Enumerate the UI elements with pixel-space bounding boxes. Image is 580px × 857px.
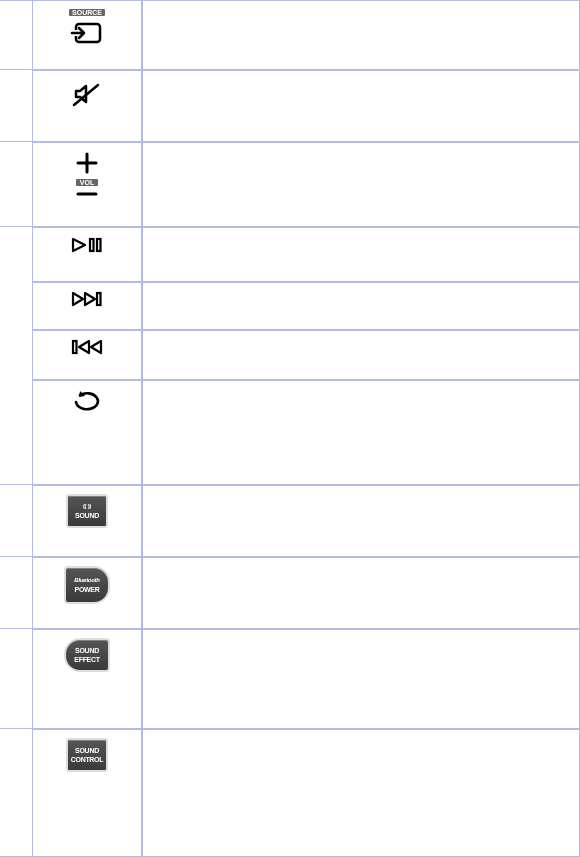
sound-effect-button-icon: SOUND EFFECT	[64, 638, 110, 672]
desc-cell	[142, 485, 580, 557]
icon-cell-next	[32, 282, 142, 330]
bt-btn-line2: POWER	[75, 585, 100, 594]
table-stub	[0, 0, 32, 70]
table-stub	[0, 142, 32, 227]
table-stub	[0, 557, 32, 629]
desc-cell	[142, 142, 580, 227]
play-pause-icon	[70, 236, 104, 254]
plus-icon	[75, 151, 99, 175]
table-stub	[0, 629, 32, 729]
mute-icon	[70, 79, 104, 109]
table-stub	[0, 282, 32, 330]
minus-icon	[75, 190, 99, 198]
desc-cell	[142, 227, 580, 282]
desc-cell	[142, 629, 580, 729]
svg-rect-4	[97, 239, 101, 251]
svg-rect-6	[73, 341, 77, 353]
table-stub	[0, 70, 32, 142]
table-stub	[0, 330, 32, 380]
table-stub	[0, 227, 32, 282]
icon-cell-volume: VOL	[32, 142, 142, 227]
desc-cell	[142, 557, 580, 629]
se-btn-line1: SOUND	[75, 646, 99, 655]
icon-cell-playpause	[32, 227, 142, 282]
bt-btn-line1: Bluetooth	[74, 576, 99, 585]
remote-buttons-table: SOURCE VOL	[0, 0, 580, 857]
se-btn-line2: EFFECT	[74, 655, 99, 664]
table-stub	[0, 485, 32, 557]
sound-btn-line1: (( ))	[83, 502, 91, 511]
svg-rect-3	[90, 239, 94, 251]
vol-label: VOL	[76, 179, 98, 186]
sc-btn-line1: SOUND	[75, 746, 99, 755]
desc-cell	[142, 282, 580, 330]
desc-cell	[142, 70, 580, 142]
icon-cell-btpower: Bluetooth POWER	[32, 557, 142, 629]
desc-cell	[142, 729, 580, 857]
sound-control-button-icon: SOUND CONTROL	[66, 738, 108, 772]
desc-cell	[142, 0, 580, 70]
sound-button-icon: (( )) SOUND	[66, 494, 108, 528]
next-track-icon	[70, 291, 104, 307]
prev-track-icon	[70, 339, 104, 355]
table-stub	[0, 729, 32, 857]
icon-cell-repeat	[32, 380, 142, 485]
icon-cell-mute	[32, 70, 142, 142]
source-label: SOURCE	[69, 9, 105, 16]
source-icon	[70, 20, 104, 46]
table-stub	[0, 380, 32, 485]
icon-cell-prev	[32, 330, 142, 380]
repeat-icon	[70, 389, 104, 415]
sound-btn-line2: SOUND	[75, 511, 99, 520]
icon-cell-source: SOURCE	[32, 0, 142, 70]
icon-cell-sound: (( )) SOUND	[32, 485, 142, 557]
desc-cell	[142, 330, 580, 380]
sc-btn-line2: CONTROL	[71, 755, 104, 764]
svg-rect-5	[97, 293, 101, 305]
bt-power-button-icon: Bluetooth POWER	[64, 566, 110, 604]
icon-cell-effect: SOUND EFFECT	[32, 629, 142, 729]
desc-cell	[142, 380, 580, 485]
icon-cell-control: SOUND CONTROL	[32, 729, 142, 857]
